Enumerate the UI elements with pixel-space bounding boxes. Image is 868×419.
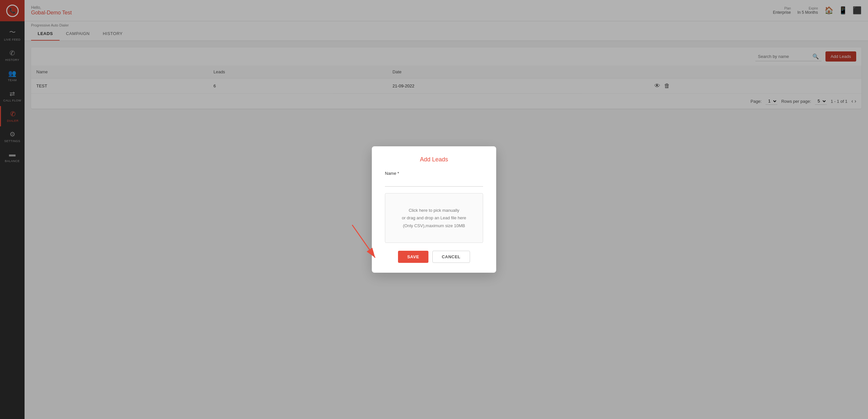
arrow-annotation: [346, 221, 392, 264]
dropzone-line2: or drag and drop an Lead file here: [392, 214, 476, 221]
modal-overlay[interactable]: Add Leads Name * Click here to pick manu…: [0, 0, 868, 419]
name-field: Name *: [385, 171, 483, 187]
dropzone-line1: Click here to pick manually: [392, 207, 476, 214]
svg-line-1: [352, 225, 375, 258]
add-leads-modal: Add Leads Name * Click here to pick manu…: [372, 146, 496, 273]
name-input[interactable]: [385, 177, 483, 187]
modal-actions: SAVE CANCEL: [385, 251, 483, 263]
save-button[interactable]: SAVE: [398, 251, 428, 263]
dropzone-line3: (Only CSV),maximum size 10MB: [392, 222, 476, 230]
cancel-button[interactable]: CANCEL: [432, 251, 470, 263]
name-label: Name *: [385, 171, 483, 176]
file-drop-zone[interactable]: Click here to pick manually or drag and …: [385, 193, 483, 243]
modal-title: Add Leads: [385, 156, 483, 163]
